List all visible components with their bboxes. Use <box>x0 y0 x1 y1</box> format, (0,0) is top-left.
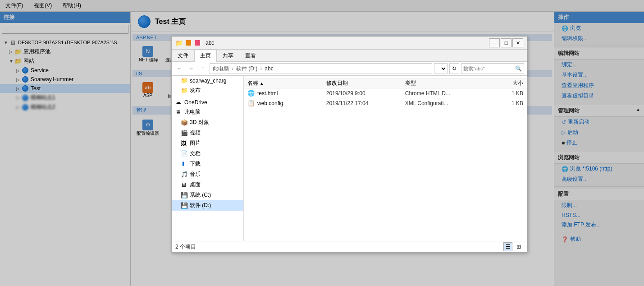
nav-label: 3D 对象 <box>190 119 209 126</box>
maximize-button[interactable]: □ <box>501 38 512 47</box>
nav-item-desktop[interactable]: 🖥 桌面 <box>172 180 243 190</box>
folder-icon: 📁 <box>181 77 188 84</box>
file-name-testhtml: 🌐 test.html <box>247 90 326 97</box>
tab-file[interactable]: 文件 <box>172 50 194 61</box>
doc-icon: 📄 <box>181 150 188 157</box>
nav-item-picture[interactable]: 🖼 图片 <box>172 138 243 148</box>
nav-item-3d[interactable]: 📦 3D 对象 <box>172 117 243 128</box>
explorer-titlebar: 📁 abc ─ □ ✕ <box>172 37 527 50</box>
file-date-webconfig: 2019/11/22 17:04 <box>326 100 405 106</box>
drive-d-icon: 💾 <box>181 202 188 209</box>
tab-view[interactable]: 查看 <box>239 50 262 61</box>
nav-label: 图片 <box>190 139 201 147</box>
close-button[interactable]: ✕ <box>512 38 523 47</box>
address-path[interactable]: 此电脑 › 软件 (D:) › abc <box>210 63 432 74</box>
nav-label: 软件 (D:) <box>190 202 211 209</box>
minimize-button[interactable]: ─ <box>489 38 500 47</box>
nav-label: soarway_charg <box>190 78 226 84</box>
nav-item-download[interactable]: ⬇ 下载 <box>172 159 243 169</box>
3d-icon: 📦 <box>181 119 188 126</box>
nav-label: OneDrive <box>184 99 207 106</box>
col-size[interactable]: 大小 <box>484 79 523 87</box>
nav-panel: 📁 soarway_charg 📁 发布 ☁ OneDrive 🖥 此电脑 📦 <box>172 76 244 241</box>
nav-item-sysc[interactable]: 💾 系统 (C:) <box>172 190 243 200</box>
html-file-icon: 🌐 <box>247 90 255 97</box>
nav-item-soarway[interactable]: 📁 soarway_charg <box>172 76 243 85</box>
file-name-label: test.html <box>257 90 278 97</box>
refresh-button[interactable]: ↻ <box>449 63 459 74</box>
video-icon: 🎬 <box>181 129 188 136</box>
file-list-header: 名称 ▲ 修改日期 类型 大小 <box>244 78 527 88</box>
col-name[interactable]: 名称 ▲ <box>247 79 326 87</box>
search-box: 🔍 <box>461 63 524 74</box>
up-button[interactable]: ↑ <box>198 64 208 73</box>
download-icon: ⬇ <box>181 161 188 167</box>
addr-sep2: › <box>260 65 262 72</box>
xml-file-icon: 📋 <box>247 100 255 106</box>
desktop-icon: 🖥 <box>181 181 188 188</box>
status-text: 2 个项目 <box>175 243 196 251</box>
search-input[interactable] <box>463 66 514 71</box>
file-type-webconfig: XML Configurati... <box>405 100 484 106</box>
explorer-window: 📁 abc ─ □ ✕ 文件 主页 共享 查看 ← → ↑ 此电脑 <box>171 36 527 253</box>
file-row-testhtml[interactable]: 🌐 test.html 2019/10/29 9:00 Chrome HTML … <box>244 88 527 98</box>
titlebar-icons: ─ □ ✕ <box>489 38 523 47</box>
nav-label: 发布 <box>190 87 201 94</box>
nav-label: 桌面 <box>190 181 201 189</box>
nav-item-fabu[interactable]: 📁 发布 <box>172 85 243 96</box>
drive-c-icon: 💾 <box>181 192 188 198</box>
music-icon: 🎵 <box>181 171 188 178</box>
nav-item-doc[interactable]: 📄 文档 <box>172 148 243 159</box>
nav-label: 下载 <box>190 160 201 168</box>
view-details-button[interactable]: ☰ <box>503 242 512 251</box>
addr-dropdown[interactable] <box>434 63 448 74</box>
onedrive-icon: ☁ <box>175 99 183 106</box>
pc-icon: 🖥 <box>175 109 183 115</box>
search-icon[interactable]: 🔍 <box>515 65 522 72</box>
file-explorer-overlay: 📁 abc ─ □ ✕ 文件 主页 共享 查看 ← → ↑ 此电脑 <box>0 0 644 286</box>
picture-icon: 🖼 <box>181 140 188 147</box>
view-tiles-button[interactable]: ⊞ <box>514 242 523 251</box>
explorer-title: abc <box>206 40 214 46</box>
addr-current: abc <box>265 65 273 72</box>
nav-item-softd[interactable]: 💾 软件 (D:) <box>172 200 243 211</box>
tab-share[interactable]: 共享 <box>217 50 239 61</box>
nav-label: 此电脑 <box>184 108 201 116</box>
status-view-buttons: ☰ ⊞ <box>503 242 523 251</box>
explorer-body: 📁 soarway_charg 📁 发布 ☁ OneDrive 🖥 此电脑 📦 <box>172 76 527 241</box>
file-row-webconfig[interactable]: 📋 web.config 2019/11/22 17:04 XML Config… <box>244 98 527 108</box>
nav-item-music[interactable]: 🎵 音乐 <box>172 169 243 180</box>
titlebar-folder-icon: 📁 <box>175 39 183 46</box>
pink-sq-icon <box>195 40 200 46</box>
orange-sq-icon <box>186 40 191 46</box>
nav-label: 文档 <box>190 150 201 157</box>
addr-part-d[interactable]: 软件 (D:) <box>236 65 257 73</box>
nav-item-onedrive[interactable]: ☁ OneDrive <box>172 97 243 107</box>
nav-item-video[interactable]: 🎬 视频 <box>172 128 243 138</box>
explorer-statusbar: 2 个项目 ☰ ⊞ <box>172 241 527 252</box>
addr-part-pc[interactable]: 此电脑 <box>213 65 229 73</box>
titlebar-left: 📁 abc <box>175 39 214 46</box>
col-type[interactable]: 类型 <box>405 79 484 87</box>
explorer-addressbar: ← → ↑ 此电脑 › 软件 (D:) › abc ↻ 🔍 <box>172 62 527 76</box>
back-button[interactable]: ← <box>174 64 184 73</box>
nav-label: 音乐 <box>190 171 201 178</box>
col-date[interactable]: 修改日期 <box>326 79 405 87</box>
nav-label: 视频 <box>190 129 201 137</box>
tab-home[interactable]: 主页 <box>194 50 217 62</box>
file-size-testhtml: 1 KB <box>484 90 523 97</box>
addr-sep1: › <box>232 65 233 72</box>
nav-label: 系统 (C:) <box>190 191 211 199</box>
ribbon-tabs: 文件 主页 共享 查看 <box>172 50 527 62</box>
nav-item-thispc[interactable]: 🖥 此电脑 <box>172 107 243 117</box>
forward-button[interactable]: → <box>186 64 196 73</box>
folder-icon: 📁 <box>181 87 188 94</box>
file-list: 名称 ▲ 修改日期 类型 大小 🌐 test.html 2019/10/29 9… <box>244 76 527 241</box>
file-type-testhtml: Chrome HTML D... <box>405 90 484 97</box>
file-name-label: web.config <box>257 100 283 106</box>
file-name-webconfig: 📋 web.config <box>247 100 326 106</box>
file-size-webconfig: 1 KB <box>484 100 523 106</box>
file-date-testhtml: 2019/10/29 9:00 <box>326 90 405 97</box>
